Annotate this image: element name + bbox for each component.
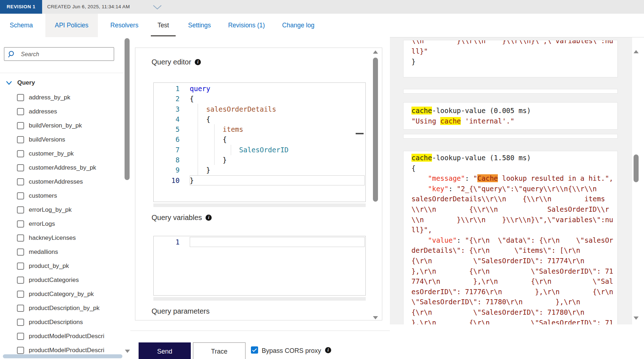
operation-checkbox[interactable] — [17, 178, 24, 185]
trace-scroll-down-arrow[interactable] — [634, 317, 639, 320]
trace-vertical-scrollbar[interactable] — [634, 154, 639, 182]
code-line[interactable]: 8 } — [154, 155, 365, 165]
code-line[interactable]: 1query — [154, 84, 365, 94]
line-number: 3 — [154, 104, 180, 114]
text-segment: {\r\n \"SalesOrderID\": 71774\r\n — [411, 257, 584, 265]
operation-checkbox[interactable] — [17, 305, 24, 312]
operation-checkbox[interactable] — [17, 262, 24, 270]
code-line[interactable]: 5 items — [154, 124, 365, 134]
search-match-highlight: cache — [411, 154, 432, 162]
editor-hscroll-track[interactable] — [153, 297, 366, 301]
operation-checkbox[interactable] — [17, 192, 24, 199]
text-segment: \\n }\\r\\n }\\r\\n}\",\"variables\":nu — [411, 40, 613, 45]
code-line[interactable]: 10} — [154, 175, 365, 185]
code-line[interactable]: 2{ — [154, 94, 365, 104]
code-line[interactable]: 6 { — [154, 134, 365, 144]
trace-button[interactable]: Trace — [193, 342, 246, 359]
tab-settings[interactable]: Settings — [184, 14, 216, 37]
operation-label: customerAddresses — [29, 178, 83, 185]
trace-output-panel: \\n }\\r\\n }\\r\\n}\",\"variables\":nul… — [390, 37, 644, 324]
operation-label: medallions — [29, 248, 58, 256]
sidebar-scroll-down-arrow[interactable] — [125, 350, 130, 353]
operation-item: medallions — [0, 245, 124, 259]
tab-bar: SchemaAPI PoliciesResolversTestSettingsR… — [0, 14, 644, 37]
operation-checkbox[interactable] — [17, 164, 24, 171]
trace-line: cache-lookup-value (0.005 ms) — [411, 106, 617, 116]
tab-schema[interactable]: Schema — [5, 14, 37, 37]
info-icon[interactable] — [325, 347, 331, 353]
code-text: } — [190, 165, 365, 175]
revision-created-label: CREATED Jun 6, 2025, 11:34:14 AM — [47, 0, 130, 14]
operation-checkbox[interactable] — [17, 291, 24, 298]
text-segment: "2_{\"query\":\"query\\r\\n{\\r\\n — [457, 185, 597, 193]
query-code-editor[interactable]: 1query2{3 salesOrderDetails4 {5 items6 {… — [153, 82, 366, 202]
operation-checkbox[interactable] — [17, 234, 24, 242]
code-line[interactable]: 9 } — [154, 165, 365, 175]
text-segment: query — [190, 85, 210, 93]
operation-checkbox[interactable] — [17, 108, 24, 115]
text-segment: \\r\\n {\\r\\n SalesOrderID\\r — [411, 205, 609, 213]
trace-line: "message": "Cache lookup resulted in a h… — [411, 173, 617, 184]
code-text: query — [190, 84, 365, 94]
search-input[interactable] — [20, 48, 112, 61]
code-line[interactable]: 7 SalesOrderID — [154, 145, 365, 155]
code-line[interactable]: 1 — [154, 237, 365, 247]
tab-test[interactable]: Test — [151, 14, 175, 37]
code-line[interactable]: 3 salesOrderDetails — [154, 104, 365, 114]
line-number: 5 — [154, 124, 180, 134]
query-panel: Query editor 1query2{3 salesOrderDetails… — [130, 37, 390, 359]
text-segment: ll}", — [411, 226, 432, 234]
tab-revisions-1-[interactable]: Revisions (1) — [224, 14, 270, 37]
operation-checkbox[interactable] — [17, 333, 24, 340]
info-icon[interactable] — [195, 59, 201, 65]
trace-scroll-up-arrow[interactable] — [634, 50, 639, 53]
sidebar-vertical-scrollbar[interactable] — [125, 38, 130, 180]
trace-line: },\r\n {\r\n \"SalesOrderID\": 71 — [411, 266, 617, 277]
operation-checkbox[interactable] — [17, 248, 24, 256]
text-segment: { — [190, 135, 227, 143]
line-number: 2 — [154, 94, 180, 104]
operation-checkbox[interactable] — [17, 277, 24, 284]
query-section-header[interactable]: Query — [6, 77, 35, 88]
operations-list: address_by_pkaddressesbuildVersion_by_pk… — [0, 90, 124, 357]
operation-checkbox[interactable] — [17, 319, 24, 326]
info-icon[interactable] — [206, 215, 212, 221]
trace-line: \\n }\\r\\n }\\r\\n}\",\"variables\":nu — [411, 40, 617, 46]
text-segment: },\r\n {\r\n \"SalesOrderID\": 71 — [411, 319, 613, 325]
query-variables-title: Query variables — [152, 214, 212, 222]
text-segment — [411, 185, 428, 193]
operation-checkbox[interactable] — [17, 150, 24, 157]
operation-checkbox[interactable] — [17, 94, 24, 101]
operation-checkbox[interactable] — [17, 136, 24, 143]
operation-label: buildVersions — [29, 136, 65, 143]
search-match-highlight: Cache — [477, 174, 498, 182]
middle-scroll-up-arrow[interactable] — [373, 50, 378, 54]
middle-scroll-down-arrow[interactable] — [373, 316, 378, 319]
code-line[interactable]: 4 { — [154, 114, 365, 124]
trace-line: {\r\n \"SalesOrderID\": 71780\r\n — [411, 307, 617, 318]
code-text: { — [190, 114, 365, 124]
sidebar-horizontal-scrollbar[interactable] — [3, 354, 122, 358]
middle-vertical-scrollbar[interactable] — [373, 58, 378, 202]
text-segment: "value" — [428, 236, 457, 244]
operation-checkbox[interactable] — [17, 122, 24, 129]
search-box[interactable] — [4, 47, 114, 61]
tab-change-log[interactable]: Change log — [278, 14, 319, 37]
tab-api-policies[interactable]: API Policies — [45, 14, 98, 37]
text-segment: items — [223, 125, 243, 133]
operation-item: address_by_pk — [0, 90, 124, 104]
bypass-cors-checkbox[interactable] — [251, 346, 258, 354]
operation-item: customers — [0, 189, 124, 203]
trace-line: \\n }\\r\\n }\\r\\n}\",\"variables\":nu — [411, 215, 617, 225]
operation-checkbox[interactable] — [17, 206, 24, 214]
editor-hscroll-track[interactable] — [153, 203, 366, 207]
revision-bar: REVISION 1 CREATED Jun 6, 2025, 11:34:14… — [0, 0, 644, 14]
send-button[interactable]: Send — [139, 342, 191, 359]
chevron-down-icon[interactable] — [153, 5, 162, 10]
operation-label: buildVersion_by_pk — [29, 122, 82, 129]
text-segment: SalesOrderID — [239, 146, 288, 154]
query-variables-editor[interactable]: 1 — [153, 236, 366, 296]
operation-checkbox[interactable] — [17, 220, 24, 228]
operation-checkbox[interactable] — [17, 347, 24, 354]
tab-resolvers[interactable]: Resolvers — [106, 14, 143, 37]
